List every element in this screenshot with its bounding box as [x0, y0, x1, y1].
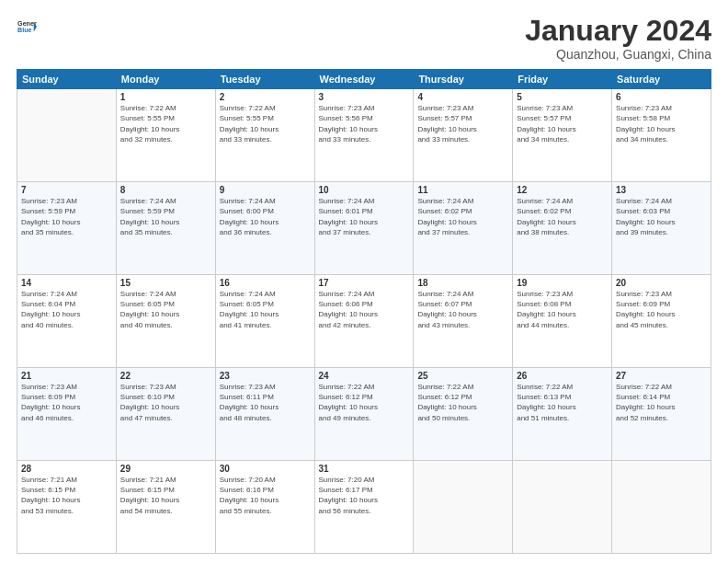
calendar-cell: 15Sunrise: 7:24 AM Sunset: 6:05 PM Dayli… [116, 275, 215, 368]
day-number: 2 [220, 92, 311, 102]
header-cell-friday: Friday [513, 70, 612, 89]
day-number: 15 [120, 278, 211, 288]
day-number: 1 [120, 92, 211, 102]
calendar-cell: 27Sunrise: 7:22 AM Sunset: 6:14 PM Dayli… [612, 368, 711, 461]
day-info: Sunrise: 7:24 AM Sunset: 6:06 PM Dayligh… [319, 289, 410, 330]
calendar-cell: 7Sunrise: 7:23 AM Sunset: 5:59 PM Daylig… [17, 182, 117, 275]
day-number: 22 [120, 371, 211, 381]
day-number: 13 [616, 185, 707, 195]
day-info: Sunrise: 7:22 AM Sunset: 6:13 PM Dayligh… [517, 382, 608, 423]
day-number: 24 [319, 371, 410, 381]
calendar-page: General Blue January 2024 Quanzhou, Guan… [0, 0, 728, 563]
day-info: Sunrise: 7:23 AM Sunset: 5:57 PM Dayligh… [517, 103, 608, 144]
header: General Blue January 2024 Quanzhou, Guan… [17, 15, 711, 62]
day-number: 9 [220, 185, 311, 195]
day-info: Sunrise: 7:24 AM Sunset: 6:03 PM Dayligh… [616, 196, 707, 237]
day-info: Sunrise: 7:22 AM Sunset: 6:12 PM Dayligh… [319, 382, 410, 423]
day-number: 4 [417, 92, 508, 102]
day-number: 8 [120, 185, 211, 195]
day-info: Sunrise: 7:21 AM Sunset: 6:15 PM Dayligh… [120, 475, 211, 516]
calendar-cell: 4Sunrise: 7:23 AM Sunset: 5:57 PM Daylig… [414, 89, 513, 182]
day-info: Sunrise: 7:20 AM Sunset: 6:16 PM Dayligh… [220, 475, 311, 516]
day-number: 21 [21, 371, 112, 381]
logo: General Blue [17, 15, 37, 37]
calendar-cell: 3Sunrise: 7:23 AM Sunset: 5:56 PM Daylig… [314, 89, 414, 182]
calendar-cell: 28Sunrise: 7:21 AM Sunset: 6:15 PM Dayli… [17, 461, 117, 554]
header-cell-saturday: Saturday [612, 70, 711, 89]
calendar-cell: 25Sunrise: 7:22 AM Sunset: 6:12 PM Dayli… [414, 368, 513, 461]
calendar-cell: 16Sunrise: 7:24 AM Sunset: 6:05 PM Dayli… [215, 275, 314, 368]
calendar-cell: 31Sunrise: 7:20 AM Sunset: 6:17 PM Dayli… [314, 461, 414, 554]
day-number: 18 [417, 278, 508, 288]
header-cell-monday: Monday [116, 70, 215, 89]
day-number: 28 [21, 464, 112, 474]
day-number: 20 [616, 278, 707, 288]
day-info: Sunrise: 7:23 AM Sunset: 6:09 PM Dayligh… [616, 289, 707, 330]
day-info: Sunrise: 7:22 AM Sunset: 5:55 PM Dayligh… [220, 103, 311, 144]
calendar-table: SundayMondayTuesdayWednesdayThursdayFrid… [17, 69, 711, 554]
calendar-cell [513, 461, 612, 554]
day-number: 31 [319, 464, 410, 474]
day-info: Sunrise: 7:24 AM Sunset: 6:05 PM Dayligh… [220, 289, 311, 330]
day-info: Sunrise: 7:24 AM Sunset: 6:00 PM Dayligh… [220, 196, 311, 237]
calendar-cell [17, 89, 117, 182]
day-info: Sunrise: 7:24 AM Sunset: 6:07 PM Dayligh… [417, 289, 508, 330]
calendar-title: January 2024 [525, 15, 711, 47]
day-number: 5 [517, 92, 608, 102]
day-info: Sunrise: 7:24 AM Sunset: 6:02 PM Dayligh… [517, 196, 608, 237]
calendar-week-5: 28Sunrise: 7:21 AM Sunset: 6:15 PM Dayli… [17, 461, 711, 554]
calendar-body: 1Sunrise: 7:22 AM Sunset: 5:55 PM Daylig… [17, 89, 711, 554]
day-number: 29 [120, 464, 211, 474]
svg-text:Blue: Blue [17, 27, 32, 34]
day-number: 10 [319, 185, 410, 195]
day-info: Sunrise: 7:23 AM Sunset: 6:08 PM Dayligh… [517, 289, 608, 330]
day-info: Sunrise: 7:24 AM Sunset: 5:59 PM Dayligh… [120, 196, 211, 237]
calendar-cell [612, 461, 711, 554]
day-info: Sunrise: 7:21 AM Sunset: 6:15 PM Dayligh… [21, 475, 112, 516]
day-info: Sunrise: 7:20 AM Sunset: 6:17 PM Dayligh… [319, 475, 410, 516]
calendar-week-1: 1Sunrise: 7:22 AM Sunset: 5:55 PM Daylig… [17, 89, 711, 182]
calendar-cell: 21Sunrise: 7:23 AM Sunset: 6:09 PM Dayli… [17, 368, 117, 461]
calendar-cell: 2Sunrise: 7:22 AM Sunset: 5:55 PM Daylig… [215, 89, 314, 182]
header-cell-sunday: Sunday [17, 70, 117, 89]
day-info: Sunrise: 7:22 AM Sunset: 6:12 PM Dayligh… [417, 382, 508, 423]
calendar-cell: 9Sunrise: 7:24 AM Sunset: 6:00 PM Daylig… [215, 182, 314, 275]
calendar-cell: 22Sunrise: 7:23 AM Sunset: 6:10 PM Dayli… [116, 368, 215, 461]
calendar-cell: 18Sunrise: 7:24 AM Sunset: 6:07 PM Dayli… [414, 275, 513, 368]
day-info: Sunrise: 7:23 AM Sunset: 5:57 PM Dayligh… [417, 103, 508, 144]
day-info: Sunrise: 7:23 AM Sunset: 5:58 PM Dayligh… [616, 103, 707, 144]
day-info: Sunrise: 7:24 AM Sunset: 6:05 PM Dayligh… [120, 289, 211, 330]
day-info: Sunrise: 7:23 AM Sunset: 5:59 PM Dayligh… [21, 196, 112, 237]
day-number: 26 [517, 371, 608, 381]
calendar-week-4: 21Sunrise: 7:23 AM Sunset: 6:09 PM Dayli… [17, 368, 711, 461]
calendar-cell: 1Sunrise: 7:22 AM Sunset: 5:55 PM Daylig… [116, 89, 215, 182]
calendar-cell [414, 461, 513, 554]
calendar-cell: 5Sunrise: 7:23 AM Sunset: 5:57 PM Daylig… [513, 89, 612, 182]
calendar-cell: 29Sunrise: 7:21 AM Sunset: 6:15 PM Dayli… [116, 461, 215, 554]
calendar-cell: 11Sunrise: 7:24 AM Sunset: 6:02 PM Dayli… [414, 182, 513, 275]
calendar-cell: 8Sunrise: 7:24 AM Sunset: 5:59 PM Daylig… [116, 182, 215, 275]
day-number: 23 [220, 371, 311, 381]
title-block: January 2024 Quanzhou, Guangxi, China [525, 15, 711, 62]
calendar-cell: 20Sunrise: 7:23 AM Sunset: 6:09 PM Dayli… [612, 275, 711, 368]
day-number: 30 [220, 464, 311, 474]
header-cell-wednesday: Wednesday [314, 70, 414, 89]
day-number: 16 [220, 278, 311, 288]
day-info: Sunrise: 7:23 AM Sunset: 6:10 PM Dayligh… [120, 382, 211, 423]
day-number: 11 [417, 185, 508, 195]
day-number: 19 [517, 278, 608, 288]
day-number: 6 [616, 92, 707, 102]
day-number: 7 [21, 185, 112, 195]
calendar-cell: 17Sunrise: 7:24 AM Sunset: 6:06 PM Dayli… [314, 275, 414, 368]
day-info: Sunrise: 7:24 AM Sunset: 6:02 PM Dayligh… [417, 196, 508, 237]
calendar-header: SundayMondayTuesdayWednesdayThursdayFrid… [17, 70, 711, 89]
day-info: Sunrise: 7:23 AM Sunset: 6:09 PM Dayligh… [21, 382, 112, 423]
calendar-week-2: 7Sunrise: 7:23 AM Sunset: 5:59 PM Daylig… [17, 182, 711, 275]
calendar-cell: 19Sunrise: 7:23 AM Sunset: 6:08 PM Dayli… [513, 275, 612, 368]
header-cell-tuesday: Tuesday [215, 70, 314, 89]
day-info: Sunrise: 7:24 AM Sunset: 6:01 PM Dayligh… [319, 196, 410, 237]
day-number: 3 [319, 92, 410, 102]
logo-icon: General Blue [17, 17, 37, 37]
calendar-cell: 10Sunrise: 7:24 AM Sunset: 6:01 PM Dayli… [314, 182, 414, 275]
calendar-cell: 30Sunrise: 7:20 AM Sunset: 6:16 PM Dayli… [215, 461, 314, 554]
